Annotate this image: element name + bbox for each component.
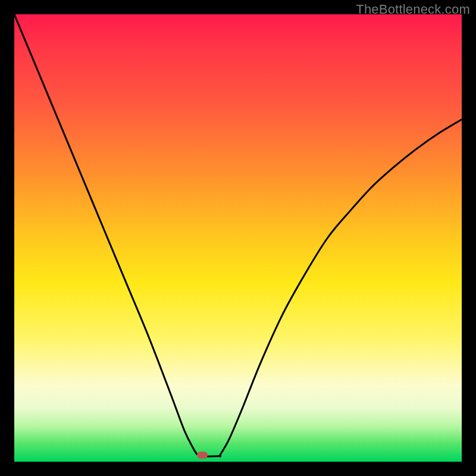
bottleneck-curve bbox=[14, 14, 462, 462]
chart-frame: TheBottleneck.com bbox=[0, 0, 476, 476]
optimum-marker bbox=[197, 452, 208, 459]
plot-area bbox=[14, 14, 462, 462]
watermark-text: TheBottleneck.com bbox=[356, 2, 470, 17]
